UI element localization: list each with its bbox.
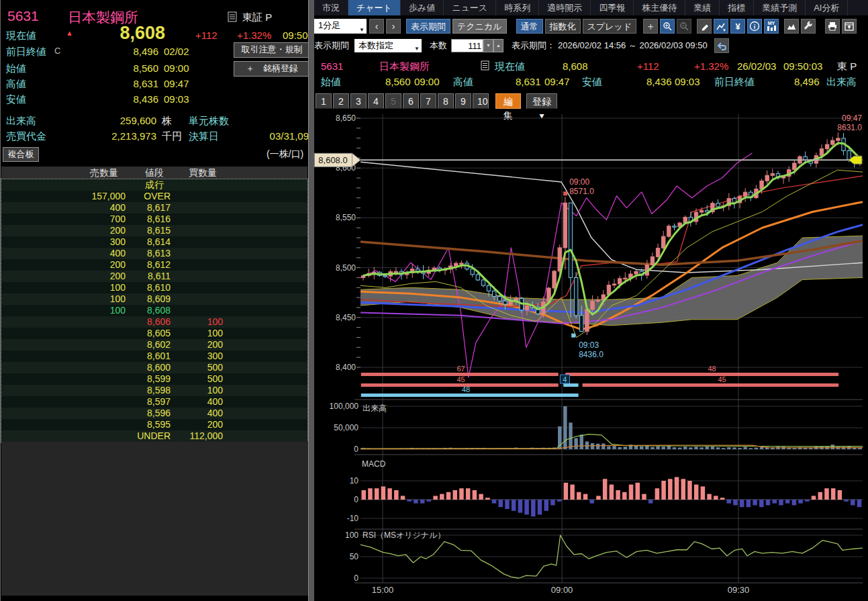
ask-row[interactable]: 8,615200 <box>1 225 307 236</box>
zoom-in-icon[interactable] <box>660 19 675 34</box>
bid-row[interactable]: 8,601300 <box>1 351 307 362</box>
info-icon[interactable]: i <box>747 19 762 34</box>
bid-row[interactable]: 8,602200 <box>1 339 307 351</box>
market-order-row[interactable]: 成行 <box>1 179 307 191</box>
reset-return-icon[interactable] <box>714 38 729 53</box>
ask-row[interactable]: 8,617400 <box>1 202 307 214</box>
ask-row[interactable]: 8,608100 <box>1 305 307 316</box>
ask-row[interactable]: OVER157,000 <box>1 191 307 202</box>
svg-text:8,500: 8,500 <box>336 263 356 273</box>
tab-歩み値[interactable]: 歩み値 <box>401 0 444 15</box>
prev-button[interactable]: ‹ <box>369 19 384 34</box>
bid-row[interactable]: 8,598100 <box>1 385 307 396</box>
my-chart-icon[interactable]: MY <box>764 19 779 34</box>
ask-row[interactable]: 8,610100 <box>1 282 307 293</box>
svg-text:8571.0: 8571.0 <box>569 187 594 196</box>
ask-row[interactable]: 8,612200 <box>1 259 307 271</box>
spread-button[interactable]: スプレッド <box>583 19 637 34</box>
bid-row[interactable]: 8,599500 <box>1 373 307 385</box>
page-button-6[interactable]: 6 <box>403 93 419 109</box>
turnover-value: 2,213,973 <box>89 130 156 142</box>
zoom-out-icon[interactable] <box>677 19 691 34</box>
display-period-button[interactable]: 表示期間 <box>406 19 450 34</box>
mode-select[interactable]: 本数指定▼ <box>354 39 422 52</box>
bid-row[interactable]: 8,605100 <box>1 328 307 339</box>
svg-text:8631.0: 8631.0 <box>837 123 862 132</box>
tab-指標[interactable]: 指標 <box>720 0 754 15</box>
ask-row[interactable]: 8,616700 <box>1 214 307 225</box>
tab-AI分析[interactable]: AI分析 <box>806 0 848 15</box>
spinner-down-icon[interactable]: ▼ <box>483 39 493 52</box>
svg-text:8,450: 8,450 <box>336 313 356 322</box>
register-dropdown-button[interactable]: 登録 ▾ <box>526 93 557 109</box>
bid-row[interactable]: 8,595200 <box>1 419 307 430</box>
next-button[interactable]: › <box>386 19 401 34</box>
svg-text:8,650: 8,650 <box>336 113 356 123</box>
bid-row[interactable]: 8,600500 <box>1 362 307 373</box>
tab-四季報[interactable]: 四季報 <box>591 0 634 15</box>
timeframe-select[interactable]: 1分足▼ <box>314 19 367 34</box>
printer-icon[interactable] <box>825 19 840 34</box>
edit-button[interactable]: 編集 <box>495 93 521 109</box>
range-value: 2026/02/02 14:56 ～ 2026/02/03 09:50 <box>558 40 708 52</box>
order-book: 成行OVER157,0008,6174008,6167008,6152008,6… <box>1 179 307 442</box>
chart-canvas[interactable]: 8,6508,6008,5508,5008,4508,40015:0009:00… <box>314 111 868 601</box>
page-button-1[interactable]: 1 <box>316 93 332 109</box>
panel-divider[interactable] <box>308 0 314 601</box>
tab-適時開示[interactable]: 適時開示 <box>539 0 591 15</box>
strip-high-label: 高値 <box>453 76 473 89</box>
area-chart-icon[interactable] <box>784 19 799 34</box>
pencil-icon[interactable] <box>697 19 712 34</box>
buy-qty-cell: 500 <box>207 373 223 385</box>
svg-text:MY: MY <box>768 21 775 26</box>
tab-業績[interactable]: 業績 <box>685 0 720 15</box>
line-chart-icon[interactable] <box>714 19 728 34</box>
ask-row[interactable]: 8,609100 <box>1 293 307 305</box>
plus-icon[interactable]: ＋ <box>643 19 658 34</box>
ask-row[interactable]: 8,613400 <box>1 248 307 259</box>
spinner-up-icon[interactable]: ▲ <box>493 39 503 52</box>
tab-業績予測[interactable]: 業績予測 <box>754 0 806 15</box>
page-button-3[interactable]: 3 <box>350 93 367 109</box>
technical-button[interactable]: テクニカル <box>452 19 507 34</box>
export-icon[interactable] <box>842 19 857 34</box>
bid-row[interactable]: 8,596400 <box>1 408 307 419</box>
price-cell: 8,599 <box>147 373 171 385</box>
normal-button[interactable]: 通常 <box>516 19 543 34</box>
yen-icon[interactable]: ¥ <box>730 19 745 34</box>
tab-時系列[interactable]: 時系列 <box>496 0 539 15</box>
page-button-7[interactable]: 7 <box>420 93 436 109</box>
page-button-9[interactable]: 9 <box>455 93 471 109</box>
indexed-button[interactable]: 指数化 <box>545 19 581 34</box>
page-button-4[interactable]: 4 <box>368 93 384 109</box>
page-button-10[interactable]: 10 <box>473 93 489 109</box>
bid-row[interactable]: 8,606100 <box>1 316 307 328</box>
price-cell: 8,596 <box>147 408 171 419</box>
tab-bar: 市況チャート歩み値ニュース時系列適時開示四季報株主優待業績指標業績予測AI分析 <box>314 0 868 15</box>
tab-株主優待[interactable]: 株主優待 <box>634 0 685 15</box>
strip-low-label: 安値 <box>582 76 602 89</box>
svg-text:100: 100 <box>345 530 358 540</box>
page-button-2[interactable]: 2 <box>333 93 349 109</box>
caution-regulation-button[interactable]: 取引注意・規制 <box>234 42 310 58</box>
strip-price-label: 現在値 <box>495 60 525 73</box>
ask-row[interactable]: 8,611200 <box>1 271 307 282</box>
wrench-icon[interactable] <box>801 19 816 34</box>
register-stock-button[interactable]: ＋ 銘柄登録 <box>234 61 310 77</box>
tab-チャート[interactable]: チャート <box>348 0 401 15</box>
composite-board-button[interactable]: 複合板 <box>3 147 39 162</box>
ask-row[interactable]: 8,614300 <box>1 236 307 248</box>
tab-市況[interactable]: 市況 <box>314 0 348 15</box>
svg-text:67: 67 <box>456 365 465 373</box>
bid-row[interactable]: 8,597400 <box>1 396 307 408</box>
bid-row[interactable]: UNDER112,000 <box>1 430 307 442</box>
tab-ニュース[interactable]: ニュース <box>444 0 496 15</box>
page-button-5[interactable]: 5 <box>385 93 401 109</box>
buy-qty-cell: 500 <box>207 362 223 373</box>
strip-open: 8,560 <box>385 76 411 87</box>
rsi-panel: RSI（MSオリジナル） <box>360 530 863 578</box>
period-parameter-row: 表示期間 本数指定▼ 本数 ▼ ▲ 表示期間： 2026/02/02 14:56… <box>314 38 868 54</box>
page-button-8[interactable]: 8 <box>438 93 454 109</box>
strip-date: 26/02/03 <box>737 60 776 72</box>
bar-count-input[interactable] <box>451 39 483 52</box>
